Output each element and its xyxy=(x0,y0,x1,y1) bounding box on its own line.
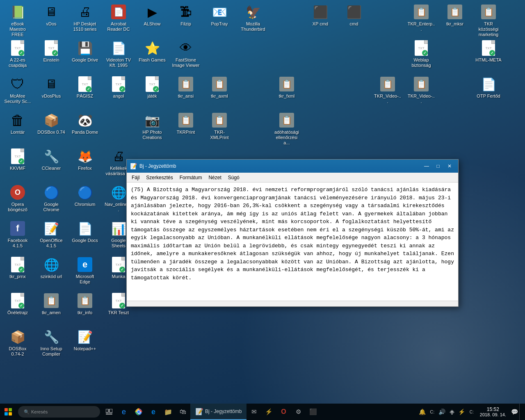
desktop-icon-google-chrome[interactable]: 🔵 GoogleChrome xyxy=(36,183,67,214)
desktop-icon-alshow[interactable]: ▶ ALShow xyxy=(137,2,168,28)
desktop-icon-cmd[interactable]: ⬛ cmd xyxy=(338,2,370,28)
desktop-icon-filzip[interactable]: 🗜 Filzip xyxy=(170,2,201,28)
desktop-icon-faststone[interactable]: 👁 FastStoneImage Viewer xyxy=(170,38,201,70)
task-view-button[interactable] xyxy=(102,404,116,420)
desktop-icon-tkr-mksr[interactable]: 📋 tkr_mksr xyxy=(439,2,470,28)
desktop-icon-tkr-fxml[interactable]: 📋 tkr_fxml xyxy=(271,74,302,100)
notepad-content[interactable]: (75) A Bizottság a Magyarország 2018. év… xyxy=(127,183,458,301)
tray-notification-icon[interactable]: 🔔 xyxy=(418,404,427,420)
menu-file[interactable]: Fájl xyxy=(128,174,143,181)
desktop-icon-ebook-maestro[interactable]: 📗 eBookMaestro FREE xyxy=(2,2,33,39)
icon-img-google-docs: 📄 xyxy=(77,220,93,237)
tray-network-icon[interactable] xyxy=(447,404,457,420)
desktop-icon-tkr-amen[interactable]: 📋 tkr_amen xyxy=(36,291,67,317)
desktop-icon-xp-cmd[interactable]: ⬛ XP cmd xyxy=(305,2,336,28)
menu-edit[interactable]: Szerkesztés xyxy=(143,174,176,181)
start-button[interactable] xyxy=(0,404,16,420)
desktop-icon-hp-deskjet[interactable]: 🖨 HP Deskjet1510 series xyxy=(69,2,100,34)
taskbar-edge-icon[interactable]: e xyxy=(146,404,161,420)
desktop-icon-mcafee[interactable]: 🛡 McAfeeSecurity Sc... xyxy=(2,74,33,106)
desktop-icon-adohatosagi[interactable]: 📋 adóhatóságiellenőrzési a... xyxy=(271,110,302,148)
tray-keyboard-icon[interactable]: C: xyxy=(427,404,437,420)
desktop-icon-panda-dome[interactable]: 🐼 Panda Dome xyxy=(69,110,100,137)
desktop-icon-poptray[interactable]: 📧 PopTray xyxy=(204,2,235,28)
desktop-icon-flash-games[interactable]: ⭐ Flash Games xyxy=(137,38,168,64)
desktop-icon-facebook[interactable]: f Facebook4.1.5 xyxy=(2,219,33,250)
icon-label-ms-edge: MicrosoftEdge xyxy=(76,274,94,285)
desktop-icon-otp-fertod[interactable]: 📄 OTP Fertőd xyxy=(473,74,504,100)
close-button[interactable]: ✕ xyxy=(444,162,455,170)
desktop-icon-jatek[interactable]: TXT✓ játék xyxy=(137,74,168,100)
desktop-icon-tkr-axml[interactable]: 📋 tkr_axml xyxy=(204,74,235,100)
svg-point-6 xyxy=(451,413,452,415)
desktop-icon-html-meta[interactable]: TXT✓ HTML-META xyxy=(473,38,504,64)
desktop-icon-dosbox074-2[interactable]: 📦 DOSBox0.74-2 xyxy=(2,327,33,358)
desktop-icon-vdosplus[interactable]: 🖥 vDosPlus xyxy=(36,74,67,100)
system-clock[interactable]: 15:52 2018. 09. 14. xyxy=(477,404,509,420)
menu-help[interactable]: Súgó xyxy=(225,174,243,181)
desktop-icon-notepadpp[interactable]: 📝 Notepad++ xyxy=(69,327,100,353)
desktop-icon-vdos[interactable]: 🖥 vDos xyxy=(36,2,67,28)
menu-view[interactable]: Nézet xyxy=(205,174,224,181)
icon-img-tkr-enterprise: 📋 xyxy=(413,4,429,20)
desktop-icon-google-docs[interactable]: 📄 Google Docs xyxy=(69,219,100,245)
desktop-icon-angol[interactable]: TXT✓ angol xyxy=(103,74,134,100)
desktop-icon-videoton-tv[interactable]: 📄 Videoton TVKft. 1995 xyxy=(103,38,134,70)
desktop-icon-inno-setup[interactable]: 🔧 Inno SetupCompiler xyxy=(36,327,67,358)
desktop-icon-einstein[interactable]: TXT✓ Einstein xyxy=(36,38,67,64)
desktop-icon-tkr-xmlprint[interactable]: 📋 TKR-XMLPrint xyxy=(204,110,235,142)
desktop-icon-firefox[interactable]: 🦊 Firefox xyxy=(69,146,100,173)
taskbar-filezilla-icon[interactable]: ⚡ xyxy=(261,404,276,420)
icon-label-chromium: Chromium xyxy=(75,202,96,207)
icon-label-firefox: Firefox xyxy=(78,166,92,171)
menu-format[interactable]: Formátum xyxy=(176,174,205,181)
taskbar-chrome-icon[interactable] xyxy=(131,404,146,420)
notifications-icon[interactable]: 💬 xyxy=(509,404,519,420)
desktop-icon-kkvmf[interactable]: TXT✓ KKVMF xyxy=(2,146,33,173)
desktop-icon-chromium[interactable]: 🔵 Chromium xyxy=(69,183,100,209)
desktop-icon-tkr-prnx[interactable]: TXT✓ tkr_prnx xyxy=(2,255,33,281)
desktop-icon-acrobat[interactable]: 📄 AcrobatReader DC xyxy=(103,2,134,34)
taskbar-mail-icon[interactable]: ✉ xyxy=(247,404,261,420)
desktop-icon-google-drive[interactable]: 💾 Google Drive xyxy=(69,38,100,64)
taskbar-opera-icon[interactable]: O xyxy=(276,404,291,420)
desktop-icon-openoffice[interactable]: 📝 OpenOffice4.1.5 xyxy=(36,219,67,250)
notepad-scrollbar-x[interactable] xyxy=(127,301,458,306)
desktop-icon-mozilla[interactable]: 🦅 MozillaThunderbird xyxy=(237,2,269,34)
taskbar-settings-icon[interactable]: ⚙ xyxy=(291,404,306,420)
taskbar-ie-icon[interactable]: e xyxy=(116,404,131,420)
taskbar-app-notepad[interactable]: 📝 Bj - Jegyzettömb xyxy=(190,404,247,420)
desktop-icon-ms-edge[interactable]: e MicrosoftEdge xyxy=(69,255,100,286)
desktop-icon-tkr-video1[interactable]: 📋 TKR_Video-... xyxy=(372,74,403,106)
desktop-icon-opera[interactable]: O Operaböngésző xyxy=(2,183,33,214)
desktop-icon-tkr-enterprise[interactable]: 📋 TKR_Enterp... xyxy=(406,2,437,34)
desktop-icon-pagisz[interactable]: TXT✓ PÁGISZ xyxy=(69,74,100,100)
notepad-titlebar[interactable]: 📝 Bj - Jegyzettömb — □ ✕ xyxy=(127,160,458,173)
desktop-icon-oneletrajz[interactable]: TXT✓ Önéletrajz xyxy=(2,291,33,317)
desktop-icon-hp-photo[interactable]: 📷 HP PhotoCreations xyxy=(137,110,168,142)
maximize-button[interactable]: □ xyxy=(433,162,443,170)
taskbar-explorer-icon[interactable]: 📁 xyxy=(161,404,176,420)
desktop-icon-szinkod[interactable]: 🌐 szinkód url xyxy=(36,255,67,281)
desktop-icon-tkr-ansi[interactable]: 📋 tkr_ansi xyxy=(170,74,201,100)
tray-power-icon[interactable]: ⚡ xyxy=(457,404,467,420)
taskbar-terminal-icon[interactable]: ⬛ xyxy=(306,404,320,420)
desktop-icon-tkr-video2[interactable]: 📋 TKR_Video-... xyxy=(406,74,437,106)
desktop-icon-tkr-info[interactable]: 📋 tkr_info xyxy=(69,291,100,317)
desktop-icon-lomtar[interactable]: 🗑 Lomtár xyxy=(2,110,33,137)
taskbar-store-icon[interactable]: 🛍 xyxy=(176,404,190,420)
desktop-icon-ccleaner[interactable]: 🔧 CCleaner xyxy=(36,146,67,173)
desktop-icon-tkr-kozossegi[interactable]: 📋 TKR közösségimarketing xyxy=(473,2,504,39)
desktop-icon-dosbox074[interactable]: 📦 DOSBox 0.74 xyxy=(36,110,67,137)
desktop-icon-tkr-print[interactable]: 📋 TKRPrint xyxy=(170,110,201,137)
icon-label-videoton-tv: Videoton TVKft. 1995 xyxy=(106,57,131,68)
minimize-button[interactable]: — xyxy=(421,162,432,170)
tray-ccleaner-icon[interactable]: C: xyxy=(467,404,477,420)
show-desktop-button[interactable] xyxy=(519,404,522,420)
desktop-icon-a22[interactable]: TXT✓ A 22-escsapdája xyxy=(2,38,33,70)
desktop-icon-weblap[interactable]: TXT✓ Weblapbiztonság xyxy=(406,38,437,70)
tray-volume-icon[interactable]: 🔊 xyxy=(437,404,447,420)
icon-img-firefox: 🦊 xyxy=(77,148,93,164)
icon-label-html-meta: HTML-META xyxy=(475,57,501,63)
taskbar-search-box[interactable]: 🔍 Keresés xyxy=(18,406,100,418)
